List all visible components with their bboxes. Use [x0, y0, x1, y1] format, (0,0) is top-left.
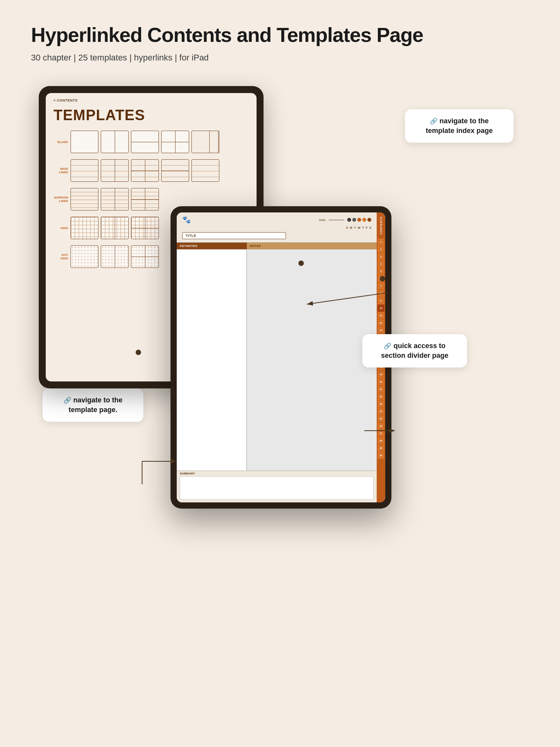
col-keynotes: [177, 250, 247, 471]
ipad-notes: CONTENTS 1 2 3 4 5 6 7 8 9 10 11 12: [171, 206, 391, 509]
templates-title: TEMPLATES: [46, 104, 257, 128]
thumb-blank-5[interactable]: [191, 131, 219, 153]
tab-num-7[interactable]: 7: [377, 283, 384, 290]
thumb-narrow-3[interactable]: [131, 188, 159, 210]
tab-num-21[interactable]: 21: [377, 386, 384, 393]
templates-header: < CONTENTS: [46, 93, 257, 104]
tab-num-22[interactable]: 22: [377, 393, 384, 400]
tab-num-27[interactable]: 27: [377, 430, 384, 437]
color-dot-4[interactable]: [362, 218, 366, 222]
tab-num-5[interactable]: 5: [377, 268, 384, 275]
row-label-narrow-lined: NARROWLINED: [53, 196, 68, 203]
thumb-dot-3[interactable]: [131, 245, 159, 268]
dot-indicator-index: [298, 261, 304, 266]
note-title-bar: TITLE: [177, 231, 377, 242]
page-container: Hyperlinked Contents and Templates Page …: [0, 0, 560, 730]
day-s1: S: [346, 226, 348, 229]
day-t2: T: [362, 226, 364, 229]
tab-num-4[interactable]: 4: [377, 261, 384, 267]
note-content: 🐾 Date: [177, 212, 377, 502]
color-dot-5[interactable]: [367, 218, 371, 222]
col-header-keynotes: KEYNOTES: [177, 243, 247, 249]
thumb-wide-2[interactable]: [101, 159, 129, 182]
row-label-blank: BLANK: [53, 140, 68, 144]
page-title: Hyperlinked Contents and Templates Page: [31, 23, 529, 47]
page-subtitle: 30 chapter | 25 templates | hyperlinks |…: [31, 53, 529, 63]
summary-body: [180, 476, 374, 500]
tab-num-12[interactable]: 12: [377, 319, 384, 326]
devices-container: < CONTENTS TEMPLATES BLANK WIDELINED: [31, 86, 529, 706]
tab-num-24[interactable]: 24: [377, 408, 384, 415]
link-icon-top: 🔗: [430, 117, 438, 126]
col-header-notes: NOTES: [247, 243, 377, 249]
thumb-grid-1[interactable]: [71, 217, 98, 239]
note-columns-header: KEYNOTES NOTES: [177, 242, 377, 249]
link-icon-bottom: 🔗: [64, 396, 71, 405]
thumb-narrow-2[interactable]: [101, 188, 129, 210]
thumb-blank-2[interactable]: [101, 131, 129, 153]
thumb-grid-3[interactable]: [131, 217, 159, 239]
tab-num-2[interactable]: 2: [377, 246, 384, 253]
note-top-bar: 🐾 Date: [177, 212, 377, 226]
color-dots: [347, 218, 371, 222]
callout-section-divider[interactable]: 🔗 quick access tosection divider page: [362, 334, 467, 367]
row-label-grid: GRID: [53, 226, 68, 230]
dot-indicator-section: [380, 276, 385, 281]
day-w: W: [358, 226, 360, 229]
thumb-grid-2[interactable]: [101, 217, 129, 239]
row-label-wide-lined: WIDELINED: [53, 167, 68, 174]
thumb-wide-3[interactable]: [131, 159, 159, 182]
day-m: M: [350, 226, 352, 229]
thumb-dot-1[interactable]: [71, 245, 98, 268]
date-label: Date: [319, 218, 326, 222]
date-line: [329, 220, 344, 220]
note-decoration: 🐾: [182, 216, 191, 224]
thumb-blank-3[interactable]: [131, 131, 159, 153]
note-title-input[interactable]: TITLE: [182, 232, 286, 239]
thumb-narrow-1[interactable]: [71, 188, 98, 210]
tab-num-11[interactable]: 11: [377, 312, 384, 319]
col-notes: [247, 250, 377, 471]
tab-num-25[interactable]: 25: [377, 415, 384, 422]
thumb-dot-2[interactable]: [101, 245, 129, 268]
template-row-wide-lined: WIDELINED: [46, 157, 257, 184]
note-date-area: Date: [319, 218, 371, 222]
row-label-dot-grid: DOTGRID: [53, 253, 68, 260]
callout-template-index[interactable]: 🔗 navigate to thetemplate index page: [405, 109, 513, 143]
ipad-notes-screen: CONTENTS 1 2 3 4 5 6 7 8 9 10 11 12: [177, 212, 385, 502]
note-columns-body: [177, 249, 377, 471]
thumb-wide-4[interactable]: [161, 159, 189, 182]
summary-label: SUMMARY: [180, 472, 374, 475]
tab-num-10[interactable]: 10: [377, 305, 384, 312]
note-summary-area: SUMMARY: [177, 471, 377, 502]
side-tab-label: CONTENTS: [380, 214, 383, 237]
day-f: F: [366, 226, 367, 229]
color-dot-1[interactable]: [347, 218, 351, 222]
tab-num-3[interactable]: 3: [377, 253, 384, 260]
tab-num-29[interactable]: 29: [377, 445, 384, 452]
tab-num-28[interactable]: 28: [377, 437, 384, 444]
tab-num-9[interactable]: 9: [377, 297, 384, 304]
contents-link[interactable]: < CONTENTS: [53, 98, 249, 102]
tab-num-13[interactable]: 13: [377, 327, 384, 334]
link-icon-middle: 🔗: [384, 342, 391, 350]
callout-template-page[interactable]: 🔗 navigate to thetemplate page.: [43, 388, 143, 422]
thumb-blank-4[interactable]: [161, 131, 189, 153]
tab-num-8[interactable]: 8: [377, 290, 384, 297]
color-dot-3[interactable]: [357, 218, 361, 222]
thumb-blank-1[interactable]: [71, 131, 98, 153]
tab-num-1[interactable]: 1: [377, 238, 384, 245]
dot-indicator-template: [136, 350, 141, 355]
tab-num-30[interactable]: 30: [377, 452, 384, 459]
day-s2: S: [369, 226, 371, 229]
color-dot-2[interactable]: [352, 218, 356, 222]
tab-num-26[interactable]: 26: [377, 423, 384, 430]
tab-num-19[interactable]: 19: [377, 371, 384, 378]
tab-num-23[interactable]: 23: [377, 400, 384, 407]
thumb-wide-5[interactable]: [191, 159, 219, 182]
template-row-blank: BLANK: [46, 128, 257, 155]
thumb-wide-1[interactable]: [71, 159, 98, 182]
day-t1: T: [354, 226, 356, 229]
tab-num-20[interactable]: 20: [377, 378, 384, 385]
